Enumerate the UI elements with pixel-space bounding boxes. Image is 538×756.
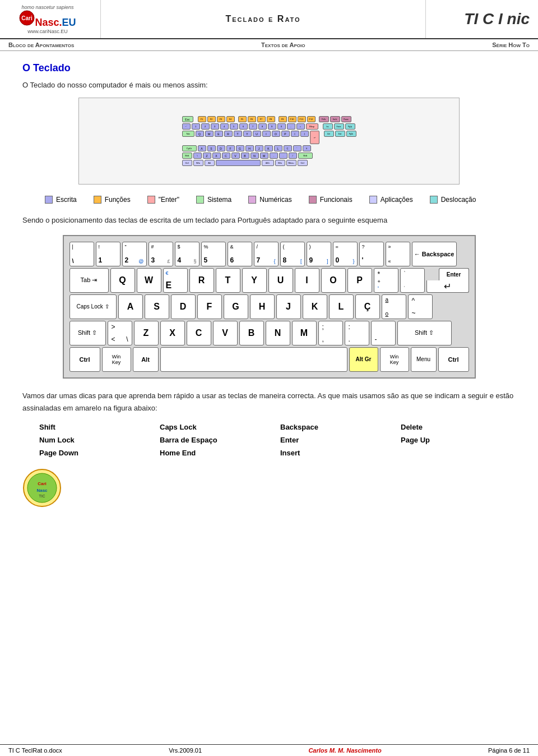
- key-p: P: [347, 268, 372, 293]
- footer-right: Página 6 de 11: [488, 747, 530, 754]
- key-l: L: [329, 294, 354, 319]
- legend-item-funcionais: Funcionais: [309, 196, 353, 204]
- sub-center: Textos de Apoio: [261, 42, 305, 48]
- logo: homo nascetur sapiens Cari Nasc. EU www.…: [6, 4, 90, 35]
- key-term-empty: [401, 449, 516, 457]
- legend-color-escrita: [45, 196, 53, 204]
- key-c: C: [187, 321, 211, 345]
- key-ordinal: a o: [382, 294, 406, 319]
- key-8: ( 8 [: [280, 242, 305, 266]
- key-x: X: [160, 321, 185, 345]
- key-alt-gr: Alt Gr: [349, 347, 378, 372]
- key-j: J: [276, 294, 301, 319]
- page-footer: TI C TeclRat o.docx Vrs.2009.01 Carlos M…: [0, 744, 538, 756]
- keyboard-overview-wrapper: Esc F1 F2 F3 F4 F5 F6 F7 F8 F9 F10: [22, 98, 516, 196]
- key-menu: Menu: [411, 347, 437, 372]
- key-enter: Enter ↵: [426, 268, 469, 293]
- mini-f1: F1: [198, 116, 206, 122]
- key-i: I: [295, 268, 319, 293]
- key-s: S: [145, 294, 169, 319]
- key-q: Q: [110, 268, 135, 293]
- key-shift-r: Shift ⇧: [397, 321, 452, 345]
- key-term-num-lock: Num Lock: [39, 436, 154, 444]
- keyboard-overview: Esc F1 F2 F3 F4 F5 F6 F7 F8 F9 F10: [78, 98, 460, 185]
- section-title: O Teclado: [22, 62, 516, 74]
- legend-label-enter: "Enter": [159, 196, 179, 204]
- key-m: M: [292, 321, 317, 345]
- logo-text: Nasc.: [35, 17, 62, 29]
- header-center: Teclado e Rato: [101, 0, 426, 38]
- desc-text-1: Sendo o posicionamento das teclas de esc…: [22, 215, 516, 227]
- legend-label-funcoes: Funções: [105, 196, 131, 204]
- key-u: U: [268, 268, 293, 293]
- key-term-barra-espaco: Barra de Espaço: [160, 436, 275, 444]
- legend-item-deslocacao: Deslocação: [430, 196, 476, 204]
- key-f: F: [197, 294, 222, 319]
- key-cedilla: Ç: [355, 294, 380, 319]
- key-backspace: ← Backspace: [412, 242, 457, 266]
- key-shift-l: Shift ⇧: [69, 321, 106, 345]
- mini-keyboard: Esc F1 F2 F3 F4 F5 F6 F7 F8 F9 F10: [182, 116, 356, 166]
- tips-main: Vamos dar umas dicas para que aprenda be…: [22, 391, 316, 400]
- key-t: T: [216, 268, 240, 293]
- logo-icon: Cari: [19, 10, 35, 26]
- page-header: homo nascetur sapiens Cari Nasc. EU www.…: [0, 0, 538, 39]
- key-y: Y: [242, 268, 267, 293]
- key-win-l: Win Key: [102, 347, 131, 372]
- key-o: O: [321, 268, 346, 293]
- key-term-delete: Delete: [401, 423, 516, 431]
- legend-label-aplicacoes: Aplicações: [381, 196, 413, 204]
- key-semicolon: ; ,: [318, 321, 343, 345]
- svg-text:Nasc: Nasc: [36, 488, 48, 493]
- legend-item-funcoes: Funções: [94, 196, 131, 204]
- sub-header: Bloco de Apontamentos Textos de Apoio Sé…: [0, 39, 538, 51]
- series-title: TI C I nic: [464, 10, 530, 28]
- key-term-backspace: Backspace: [280, 423, 395, 431]
- key-term-shift: Shift: [39, 423, 154, 431]
- key-space: [160, 347, 347, 372]
- key-win-r: Win Key: [380, 347, 409, 372]
- key-2: " 2 @: [122, 242, 147, 266]
- key-term-page-down: Page Down: [39, 449, 154, 457]
- key-tab: Tab ⇥: [69, 268, 109, 293]
- legend-color-enter: [147, 196, 155, 204]
- key-9: ) 9 ]: [307, 242, 331, 266]
- key-d: D: [171, 294, 196, 319]
- key-g: G: [224, 294, 248, 319]
- pt-keyboard: | \ ! 1 " 2 @: [63, 235, 476, 379]
- sub-right: Série How To: [492, 42, 530, 48]
- key-term-insert: Insert: [280, 449, 395, 457]
- pt-keyboard-wrapper: | \ ! 1 " 2 @: [22, 235, 516, 379]
- bottom-logo: Cari Nasc TIC: [22, 468, 516, 508]
- kb-row-2: Tab ⇥ Q W € E R T: [69, 268, 469, 293]
- key-3: # 3 £: [149, 242, 173, 266]
- key-h: H: [250, 294, 275, 319]
- legend-item-sistema: Sistema: [196, 196, 231, 204]
- key-5: % 5: [201, 242, 226, 266]
- key-angle: > < \: [108, 321, 132, 345]
- key-caps-lock: Caps Lock ⇪: [69, 294, 117, 319]
- legend-label-sistema: Sistema: [207, 196, 231, 204]
- legend: Escrita Funções "Enter" Sistema Numérica…: [22, 196, 516, 204]
- legend-color-sistema: [196, 196, 204, 204]
- page-content: O Teclado O Teclado do nosso computador …: [0, 51, 538, 519]
- legend-color-numericas: [248, 196, 256, 204]
- key-colon: : .: [345, 321, 369, 345]
- kb-row-4: Shift ⇧ > < \ Z X C: [69, 321, 469, 345]
- key-n: N: [266, 321, 290, 345]
- logo-area: homo nascetur sapiens Cari Nasc. EU www.…: [0, 0, 101, 38]
- legend-color-funcoes: [94, 196, 101, 204]
- key-v: V: [213, 321, 238, 345]
- logo-eu: EU: [62, 17, 76, 29]
- page-body: O Teclado O Teclado do nosso computador …: [0, 51, 538, 519]
- tips-text: Vamos dar umas dicas para que aprenda be…: [22, 390, 516, 414]
- key-tilde: ^ ~: [408, 294, 433, 319]
- kb-row-3: Caps Lock ⇪ A S D F G H J: [69, 294, 469, 319]
- key-6: & 6: [228, 242, 252, 266]
- key-backslash: | \: [69, 242, 94, 266]
- key-b: B: [239, 321, 264, 345]
- key-underscore: -: [371, 321, 396, 345]
- key-ctrl-r: Ctrl: [438, 347, 469, 372]
- key-alt-l: Alt: [133, 347, 159, 372]
- footer-center-left: Vrs.2009.01: [169, 747, 202, 754]
